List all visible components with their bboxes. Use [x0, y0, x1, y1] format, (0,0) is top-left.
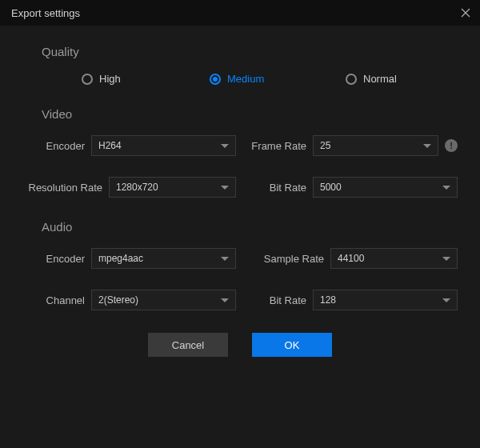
quality-radio-group: High Medium Normal: [22, 73, 458, 85]
chevron-down-icon: [221, 257, 229, 261]
chevron-down-icon: [442, 298, 450, 302]
dropdown-value: 128: [320, 294, 336, 306]
chevron-down-icon: [442, 257, 450, 261]
info-icon[interactable]: !: [445, 139, 458, 152]
dropdown-value: 44100: [338, 253, 364, 264]
video-resolution-dropdown[interactable]: 1280x720: [109, 177, 236, 198]
dropdown-value: 2(Stereo): [98, 294, 138, 306]
quality-radio-medium[interactable]: Medium: [210, 73, 346, 85]
radio-icon: [82, 74, 93, 85]
video-bitrate-dropdown[interactable]: 5000: [313, 177, 458, 198]
audio-bitrate-field: Bit Rate 128: [244, 290, 458, 310]
chevron-down-icon: [221, 186, 229, 190]
close-icon[interactable]: [459, 6, 472, 19]
field-label: Sample Rate: [244, 253, 324, 265]
audio-encoder-dropdown[interactable]: mpeg4aac: [91, 248, 236, 269]
video-encoder-dropdown[interactable]: H264: [91, 135, 236, 156]
video-bitrate-field: Bit Rate 5000: [244, 177, 458, 198]
field-label: Resolution Rate: [22, 182, 102, 194]
dropdown-value: mpeg4aac: [98, 253, 143, 264]
window-title: Export settings: [11, 7, 80, 19]
video-encoder-field: Encoder H264: [22, 135, 236, 156]
titlebar: Export settings: [0, 0, 480, 26]
audio-samplerate-field: Sample Rate 44100: [244, 248, 458, 269]
video-framerate-field: Frame Rate 25 !: [244, 135, 458, 156]
field-label: Bit Rate: [244, 294, 306, 306]
ok-button[interactable]: OK: [252, 333, 332, 357]
cancel-button[interactable]: Cancel: [148, 333, 228, 357]
audio-channel-field: Channel 2(Stereo): [22, 290, 236, 310]
dropdown-value: 1280x720: [116, 182, 158, 193]
field-label: Channel: [22, 294, 85, 306]
chevron-down-icon: [221, 298, 229, 302]
dropdown-value: 5000: [320, 182, 342, 193]
video-resolution-field: Resolution Rate 1280x720: [22, 177, 236, 198]
audio-samplerate-dropdown[interactable]: 44100: [330, 248, 458, 269]
radio-icon: [210, 74, 221, 85]
quality-section: Quality High Medium Normal: [22, 45, 458, 85]
dropdown-value: 25: [320, 140, 330, 151]
field-label: Encoder: [22, 253, 85, 265]
audio-encoder-field: Encoder mpeg4aac: [22, 248, 236, 269]
chevron-down-icon: [221, 144, 229, 148]
audio-title: Audio: [42, 220, 458, 234]
video-framerate-dropdown[interactable]: 25: [313, 135, 438, 156]
chevron-down-icon: [423, 144, 431, 148]
quality-radio-high[interactable]: High: [82, 73, 210, 85]
dialog-content: Quality High Medium Normal Video Encoder…: [0, 26, 480, 357]
radio-label: Normal: [363, 73, 397, 85]
chevron-down-icon: [442, 186, 450, 190]
radio-label: Medium: [227, 73, 264, 85]
radio-label: High: [99, 73, 121, 85]
audio-bitrate-dropdown[interactable]: 128: [313, 290, 458, 310]
video-title: Video: [42, 107, 458, 121]
quality-title: Quality: [42, 45, 458, 58]
audio-section: Audio Encoder mpeg4aac Sample Rate 44100…: [22, 220, 458, 310]
audio-channel-dropdown[interactable]: 2(Stereo): [91, 290, 236, 310]
radio-icon: [346, 74, 357, 85]
dropdown-value: H264: [98, 140, 122, 151]
field-label: Bit Rate: [244, 182, 306, 194]
field-label: Encoder: [22, 140, 85, 152]
button-row: Cancel OK: [22, 333, 458, 357]
quality-radio-normal[interactable]: Normal: [346, 73, 397, 85]
field-label: Frame Rate: [244, 140, 306, 152]
video-section: Video Encoder H264 Frame Rate 25 ! Resol…: [22, 107, 458, 198]
